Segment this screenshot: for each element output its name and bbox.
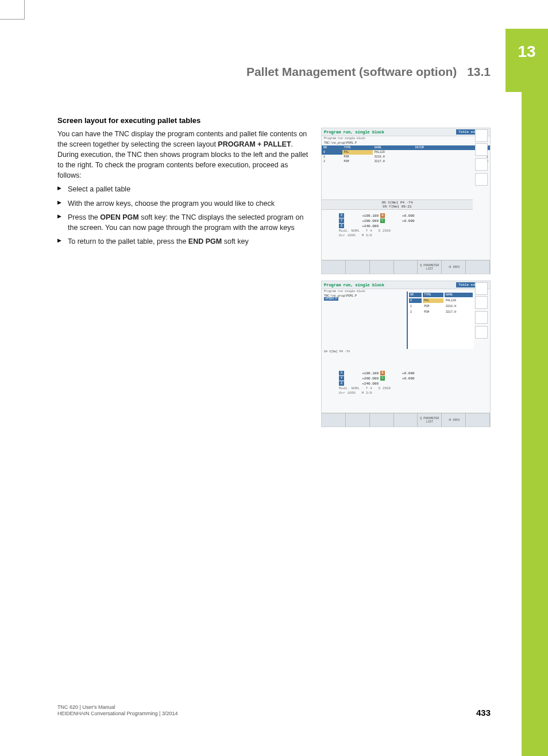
side-button	[475, 158, 488, 171]
step-1: Select a pallet table	[57, 184, 310, 194]
screenshot-program-pallet-split: Program run, single block Table editing …	[321, 281, 491, 427]
side-button	[475, 311, 488, 324]
fig2-program-pane: +P304.P	[324, 297, 338, 301]
step-2: With the arrow keys, choose the program …	[57, 198, 310, 209]
fig1-titlebar: Program run, single block Table editing	[322, 128, 490, 136]
fig1-coordinates: X+100.100B+0.000 Y+200.000C+0.000 Z+240.…	[339, 213, 415, 238]
fig2-softkey-row: Q PARAMETER LIST -N INFO	[322, 413, 490, 427]
side-button	[475, 173, 488, 186]
fig1-path: TNC:\nc_prog\PGM1.P	[322, 141, 490, 145]
page-footer: TNC 620 | User's Manual HEIDENHAIN Conve…	[57, 704, 491, 717]
body-text: Screen layout for executing pallet table…	[57, 116, 310, 250]
crop-mark-horizontal	[0, 19, 25, 20]
header-section-number: 13.1	[467, 65, 491, 78]
softkey-info: -N INFO	[442, 260, 466, 274]
header-title: Pallet Management (software option)	[246, 65, 457, 78]
fig1-softkey-row: Q PARAMETER LIST -N INFO	[322, 260, 490, 274]
softkey-param-list: Q PARAMETER LIST	[418, 413, 442, 427]
fig1-subtitle: Program run single block	[322, 136, 490, 141]
step-4: To return to the pallet table, press the…	[57, 236, 310, 247]
fig2-coordinates: X+100.100B+0.000 Y+200.000C+0.000 Z+240.…	[339, 371, 415, 396]
chapter-tab: 13	[505, 29, 548, 92]
side-button	[475, 143, 488, 156]
table-row: 1 PGM 3216.H 1	[322, 155, 490, 159]
side-strip	[522, 92, 548, 756]
page-number: 433	[476, 708, 491, 717]
table-row: 0PALPAL120	[409, 298, 473, 303]
settings-icon	[475, 129, 488, 142]
fig2-titlebar: Program run, single block Table editing	[322, 281, 490, 289]
chapter-number: 13	[518, 43, 535, 61]
softkey-param-list: Q PARAMETER LIST	[418, 260, 442, 274]
footer-text: TNC 620 | User's Manual HEIDENHAIN Conve…	[57, 704, 177, 717]
side-button	[475, 296, 488, 309]
fig2-side-buttons	[475, 296, 489, 341]
softkey-info: -N INFO	[442, 413, 466, 427]
softkey	[322, 260, 346, 274]
softkey	[466, 260, 490, 274]
softkey	[370, 260, 394, 274]
softkey	[322, 413, 346, 427]
step-3: Press the OPEN PGM soft key: the TNC dis…	[57, 212, 310, 233]
document-page: 13 Pallet Management (software option) 1…	[0, 0, 548, 756]
softkey	[466, 413, 490, 427]
softkey	[394, 260, 418, 274]
settings-icon	[475, 282, 488, 295]
side-button	[475, 326, 488, 339]
fig2-pallet-pane: NR TYPE NAME 0PALPAL120 1PGM3216.H 2PGM3…	[407, 291, 474, 349]
table-row: 1PGM3216.H	[409, 304, 473, 309]
table-row: 0 PAL PAL120	[322, 150, 490, 155]
section-heading: Screen layout for executing pallet table…	[57, 116, 310, 126]
table-row: 2PGM3217.H	[409, 310, 473, 314]
steps-list: Select a pallet table With the arrow key…	[57, 184, 310, 247]
fig1-table: NR TYPE NAME DATUM PRESET 0 PAL PAL120 1…	[322, 145, 490, 164]
softkey	[346, 413, 370, 427]
page-header: Pallet Management (software option) 13.1	[57, 65, 491, 79]
fig2-midline: 04 X[Nm] P4 -T4	[324, 350, 350, 354]
crop-mark-vertical	[24, 0, 25, 20]
softkey	[346, 260, 370, 274]
fig1-side-buttons	[475, 143, 489, 188]
fig1-status: 0% X[Nm] P4 -T4 0% Y[Nm] 09:21	[322, 199, 473, 210]
softkey	[394, 413, 418, 427]
table-row: 2 PGM 3217.H 2	[322, 159, 490, 164]
softkey	[370, 413, 394, 427]
screenshot-pallet-table: Program run, single block Table editing …	[321, 128, 491, 274]
intro-paragraph: You can have the TNC display the program…	[57, 129, 310, 181]
